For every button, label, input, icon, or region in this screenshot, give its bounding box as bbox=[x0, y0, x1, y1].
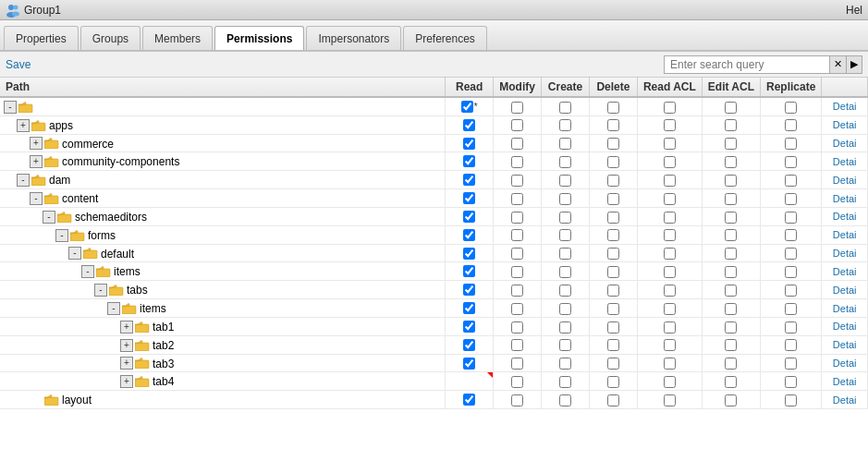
replicate-checkbox[interactable] bbox=[785, 212, 797, 224]
detail-link[interactable]: Detai bbox=[833, 193, 857, 204]
save-button[interactable]: Save bbox=[6, 58, 31, 71]
replicate-checkbox[interactable] bbox=[785, 248, 797, 260]
search-input[interactable] bbox=[664, 55, 830, 74]
detail-link[interactable]: Detai bbox=[833, 303, 857, 314]
delete-checkbox[interactable] bbox=[607, 229, 619, 241]
read-acl-checkbox[interactable] bbox=[664, 376, 676, 388]
tab-groups[interactable]: Groups bbox=[80, 26, 141, 50]
replicate-checkbox[interactable] bbox=[785, 119, 797, 131]
edit-acl-checkbox[interactable] bbox=[725, 138, 737, 150]
replicate-checkbox[interactable] bbox=[785, 229, 797, 241]
detail-link[interactable]: Detai bbox=[833, 211, 857, 222]
create-checkbox[interactable] bbox=[559, 229, 571, 241]
modify-checkbox[interactable] bbox=[511, 175, 523, 187]
delete-checkbox[interactable] bbox=[607, 358, 619, 370]
replicate-checkbox[interactable] bbox=[785, 175, 797, 187]
read-checkbox[interactable] bbox=[463, 358, 475, 370]
edit-acl-checkbox[interactable] bbox=[725, 175, 737, 187]
read-acl-checkbox[interactable] bbox=[664, 303, 676, 315]
read-checkbox[interactable] bbox=[463, 211, 475, 223]
tree-toggle-icon[interactable]: - bbox=[30, 192, 43, 205]
read-acl-checkbox[interactable] bbox=[664, 394, 676, 406]
read-checkbox[interactable] bbox=[463, 394, 475, 406]
read-acl-checkbox[interactable] bbox=[664, 102, 676, 114]
delete-checkbox[interactable] bbox=[607, 119, 619, 131]
edit-acl-checkbox[interactable] bbox=[725, 119, 737, 131]
create-checkbox[interactable] bbox=[559, 285, 571, 297]
tree-toggle-icon[interactable]: + bbox=[120, 375, 133, 388]
edit-acl-checkbox[interactable] bbox=[725, 102, 737, 114]
replicate-checkbox[interactable] bbox=[785, 193, 797, 205]
tree-toggle-icon[interactable]: + bbox=[30, 155, 43, 168]
delete-checkbox[interactable] bbox=[607, 339, 619, 351]
detail-link[interactable]: Detai bbox=[833, 156, 857, 167]
tree-toggle-icon[interactable]: + bbox=[30, 137, 43, 150]
edit-acl-checkbox[interactable] bbox=[725, 394, 737, 406]
read-acl-checkbox[interactable] bbox=[664, 248, 676, 260]
read-acl-checkbox[interactable] bbox=[664, 285, 676, 297]
detail-link[interactable]: Detai bbox=[833, 266, 857, 277]
replicate-checkbox[interactable] bbox=[785, 321, 797, 334]
modify-checkbox[interactable] bbox=[511, 138, 523, 150]
create-checkbox[interactable] bbox=[559, 376, 571, 388]
tree-toggle-icon[interactable]: - bbox=[94, 284, 107, 297]
modify-checkbox[interactable] bbox=[511, 394, 523, 406]
delete-checkbox[interactable] bbox=[607, 138, 619, 150]
delete-checkbox[interactable] bbox=[607, 156, 619, 168]
detail-link[interactable]: Detai bbox=[833, 285, 857, 296]
modify-checkbox[interactable] bbox=[511, 376, 523, 388]
replicate-checkbox[interactable] bbox=[785, 138, 797, 150]
detail-link[interactable]: Detai bbox=[833, 229, 857, 240]
tree-toggle-icon[interactable]: - bbox=[17, 174, 30, 187]
tree-toggle-icon[interactable]: + bbox=[17, 119, 30, 132]
read-acl-checkbox[interactable] bbox=[664, 156, 676, 168]
create-checkbox[interactable] bbox=[559, 156, 571, 168]
read-checkbox[interactable] bbox=[463, 321, 475, 333]
delete-checkbox[interactable] bbox=[607, 102, 619, 114]
edit-acl-checkbox[interactable] bbox=[725, 376, 737, 388]
tab-permissions[interactable]: Permissions bbox=[214, 26, 304, 50]
read-checkbox[interactable] bbox=[463, 265, 475, 277]
read-checkbox[interactable] bbox=[463, 339, 475, 351]
modify-checkbox[interactable] bbox=[511, 266, 523, 278]
detail-link[interactable]: Detai bbox=[833, 101, 857, 112]
tree-toggle-icon[interactable]: + bbox=[120, 321, 133, 334]
delete-checkbox[interactable] bbox=[607, 248, 619, 260]
edit-acl-checkbox[interactable] bbox=[725, 285, 737, 297]
read-checkbox[interactable] bbox=[463, 155, 475, 167]
tab-impersonators[interactable]: Impersonators bbox=[306, 26, 401, 50]
delete-checkbox[interactable] bbox=[607, 285, 619, 297]
tree-toggle-icon[interactable]: - bbox=[107, 302, 120, 315]
delete-checkbox[interactable] bbox=[607, 303, 619, 315]
read-checkbox[interactable] bbox=[463, 192, 475, 204]
replicate-checkbox[interactable] bbox=[785, 376, 797, 388]
detail-link[interactable]: Detai bbox=[833, 138, 857, 149]
read-checkbox[interactable] bbox=[463, 248, 475, 260]
create-checkbox[interactable] bbox=[559, 248, 571, 260]
detail-link[interactable]: Detai bbox=[833, 248, 857, 259]
read-checkbox[interactable] bbox=[463, 284, 475, 296]
create-checkbox[interactable] bbox=[559, 266, 571, 278]
replicate-checkbox[interactable] bbox=[785, 156, 797, 168]
tab-members[interactable]: Members bbox=[142, 26, 213, 50]
read-acl-checkbox[interactable] bbox=[664, 212, 676, 224]
edit-acl-checkbox[interactable] bbox=[725, 229, 737, 241]
modify-checkbox[interactable] bbox=[511, 248, 523, 260]
create-checkbox[interactable] bbox=[559, 175, 571, 187]
modify-checkbox[interactable] bbox=[511, 285, 523, 297]
create-checkbox[interactable] bbox=[559, 212, 571, 224]
create-checkbox[interactable] bbox=[559, 339, 571, 351]
detail-link[interactable]: Detai bbox=[833, 339, 857, 350]
edit-acl-checkbox[interactable] bbox=[725, 266, 737, 278]
tree-toggle-icon[interactable]: - bbox=[55, 229, 68, 242]
edit-acl-checkbox[interactable] bbox=[725, 339, 737, 351]
detail-link[interactable]: Detai bbox=[833, 394, 857, 406]
modify-checkbox[interactable] bbox=[511, 303, 523, 315]
replicate-checkbox[interactable] bbox=[785, 266, 797, 278]
detail-link[interactable]: Detai bbox=[833, 358, 857, 369]
replicate-checkbox[interactable] bbox=[785, 285, 797, 297]
delete-checkbox[interactable] bbox=[607, 376, 619, 388]
edit-acl-checkbox[interactable] bbox=[725, 193, 737, 205]
tree-toggle-icon[interactable]: - bbox=[68, 247, 81, 260]
modify-checkbox[interactable] bbox=[511, 358, 523, 370]
